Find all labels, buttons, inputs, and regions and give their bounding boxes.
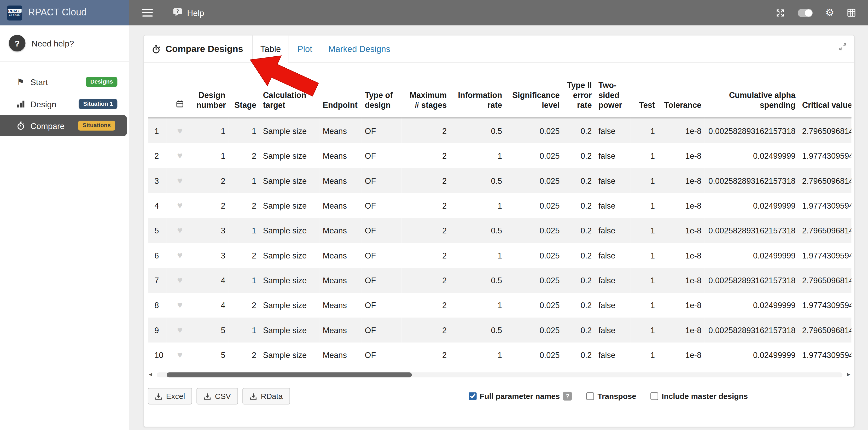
- column-header-two-sided-power[interactable]: Two-sided power: [595, 76, 630, 118]
- table-cell: 0.02499999: [705, 343, 799, 368]
- table-cell: 0.025: [505, 293, 563, 318]
- sidebar: ? Need help? ⚑ Start Designs Design Situ…: [0, 25, 129, 430]
- table-cell: ♥: [167, 118, 193, 143]
- favorite-heart-icon[interactable]: ♥: [177, 225, 183, 235]
- hamburger-menu-icon[interactable]: [142, 6, 153, 19]
- excel-export-button[interactable]: Excel: [148, 388, 192, 405]
- table-row[interactable]: 9♥51Sample sizeMeansOF20.50.0250.2false1…: [148, 318, 851, 342]
- table-row[interactable]: 8♥42Sample sizeMeansOF210.0250.2false11e…: [148, 293, 851, 318]
- table-cell: 0.002582893162157318: [705, 268, 799, 293]
- column-header-stage[interactable]: Stage: [228, 76, 260, 118]
- column-header-test[interactable]: Test: [630, 76, 658, 118]
- csv-export-button[interactable]: CSV: [197, 388, 238, 405]
- favorite-heart-icon[interactable]: ♥: [177, 350, 183, 360]
- svg-text:?: ?: [176, 8, 179, 14]
- column-header-design-number[interactable]: Design number: [193, 76, 229, 118]
- table-cell: 1: [630, 143, 658, 168]
- tab-marked-designs[interactable]: Marked Designs: [321, 35, 397, 63]
- table-cell: ♥: [167, 143, 193, 168]
- column-header-calculation-target[interactable]: Calculation target: [260, 76, 319, 118]
- designs-table: Design number Stage Calculation target E…: [148, 76, 851, 368]
- table-cell: 1: [630, 293, 658, 318]
- table-row[interactable]: 6♥32Sample sizeMeansOF210.0250.2false11e…: [148, 243, 851, 268]
- table-cell: 2: [401, 243, 450, 268]
- designs-table-container: Design number Stage Calculation target E…: [148, 76, 851, 368]
- sidebar-item-compare[interactable]: Compare Situations: [0, 115, 127, 136]
- table-cell: 2: [193, 168, 229, 193]
- table-cell: ♥: [167, 243, 193, 268]
- column-header-type2-error-rate[interactable]: Type II error rate: [563, 76, 595, 118]
- column-header-cumulative-alpha-spending[interactable]: Cumulative alpha spending: [705, 76, 799, 118]
- bar-chart-icon: [16, 100, 25, 108]
- option-help-icon[interactable]: ?: [563, 392, 572, 401]
- favorite-heart-icon[interactable]: ♥: [177, 275, 183, 285]
- table-cell: OF: [362, 268, 401, 293]
- table-cell: ♥: [167, 268, 193, 293]
- table-cell: OF: [362, 193, 401, 218]
- table-cell: ♥: [167, 218, 193, 243]
- favorites-column-header[interactable]: [167, 76, 193, 118]
- include-master-designs-checkbox[interactable]: [651, 392, 658, 400]
- table-cell: false: [595, 243, 630, 268]
- full-parameter-names-option[interactable]: Full parameter names ?: [469, 392, 572, 401]
- table-cell: 0.002582893162157318: [705, 318, 799, 342]
- table-cell: 0.2: [563, 218, 595, 243]
- column-header-critical-value[interactable]: Critical value: [799, 76, 851, 118]
- table-row[interactable]: 10♥52Sample sizeMeansOF210.0250.2false11…: [148, 343, 851, 368]
- card-header: Compare Designs Table Plot Marked Design…: [144, 35, 854, 63]
- scroll-right-icon[interactable]: ►: [846, 372, 851, 377]
- column-header-endpoint[interactable]: Endpoint: [319, 76, 362, 118]
- table-cell: Means: [319, 143, 362, 168]
- download-icon: [155, 393, 162, 400]
- column-header-information-rate[interactable]: Information rate: [450, 76, 505, 118]
- settings-gear-icon[interactable]: ⚙: [826, 8, 834, 18]
- table-row[interactable]: 4♥22Sample sizeMeansOF210.0250.2false11e…: [148, 193, 851, 218]
- table-body: 1♥11Sample sizeMeansOF20.50.0250.2false1…: [148, 118, 851, 368]
- tab-plot[interactable]: Plot: [290, 35, 319, 63]
- table-cell: 1: [228, 268, 260, 293]
- card-expand-icon[interactable]: [839, 42, 847, 52]
- table-cell: 2: [228, 343, 260, 368]
- favorite-heart-icon[interactable]: ♥: [177, 151, 183, 161]
- table-row[interactable]: 7♥41Sample sizeMeansOF20.50.0250.2false1…: [148, 268, 851, 293]
- transpose-checkbox[interactable]: [586, 392, 594, 400]
- rdata-export-button[interactable]: RData: [242, 388, 290, 405]
- table-grid-icon[interactable]: [847, 8, 856, 17]
- table-cell: Sample size: [260, 243, 319, 268]
- full-parameter-names-checkbox[interactable]: [469, 392, 476, 400]
- favorite-heart-icon[interactable]: ♥: [177, 325, 183, 335]
- table-row[interactable]: 3♥21Sample sizeMeansOF20.50.0250.2false1…: [148, 168, 851, 193]
- scrollbar-thumb[interactable]: [167, 372, 412, 377]
- column-header-maximum-stages[interactable]: Maximum # stages: [401, 76, 450, 118]
- include-master-designs-option[interactable]: Include master designs: [651, 392, 748, 401]
- theme-toggle-switch[interactable]: [798, 9, 813, 17]
- column-header-significance-level[interactable]: Significance level: [505, 76, 563, 118]
- sidebar-item-start[interactable]: ⚑ Start Designs: [0, 71, 129, 93]
- table-cell: 0.5: [450, 218, 505, 243]
- favorite-heart-icon[interactable]: ♥: [177, 175, 183, 186]
- favorite-heart-icon[interactable]: ♥: [177, 300, 183, 310]
- favorite-heart-icon[interactable]: ♥: [177, 250, 183, 261]
- table-row[interactable]: 2♥12Sample sizeMeansOF210.0250.2false11e…: [148, 143, 851, 168]
- help-menu-item[interactable]: ? Help: [173, 7, 204, 18]
- scroll-left-icon[interactable]: ◄: [148, 372, 153, 377]
- tab-table[interactable]: Table: [253, 35, 289, 63]
- fullscreen-icon[interactable]: [776, 8, 785, 18]
- main-top-bar: ? Help ⚙: [129, 0, 868, 25]
- transpose-option[interactable]: Transpose: [586, 392, 636, 401]
- column-header-tolerance[interactable]: Tolerance: [658, 76, 705, 118]
- favorite-heart-icon[interactable]: ♥: [177, 200, 183, 211]
- table-row[interactable]: 1♥11Sample sizeMeansOF20.50.0250.2false1…: [148, 118, 851, 143]
- sidebar-item-design[interactable]: Design Situation 1: [0, 93, 129, 115]
- column-header-type-of-design[interactable]: Type of design: [362, 76, 401, 118]
- scrollbar-track[interactable]: [157, 372, 843, 377]
- table-cell: false: [595, 293, 630, 318]
- table-row[interactable]: 5♥31Sample sizeMeansOF20.50.0250.2false1…: [148, 218, 851, 243]
- favorite-heart-icon[interactable]: ♥: [177, 126, 183, 136]
- table-cell: false: [595, 143, 630, 168]
- table-cell: 1: [630, 118, 658, 143]
- row-index-header: [148, 76, 167, 118]
- table-cell: 2: [228, 243, 260, 268]
- table-cell: 1e-8: [658, 218, 705, 243]
- need-help-item[interactable]: ? Need help?: [0, 25, 129, 62]
